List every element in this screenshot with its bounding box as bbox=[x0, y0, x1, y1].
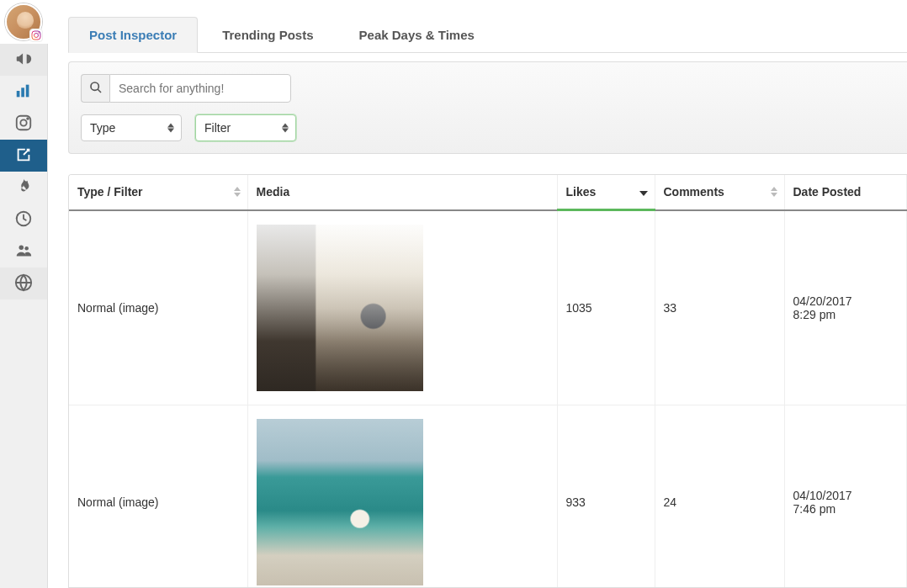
cell-type-filter: Normal (image) bbox=[69, 210, 247, 405]
bar-chart-icon bbox=[14, 82, 33, 103]
svg-point-13 bbox=[91, 82, 98, 90]
sidebar-item-users[interactable] bbox=[0, 236, 47, 268]
cell-time: 8:29 pm bbox=[793, 308, 899, 321]
col-header-label: Media bbox=[257, 185, 290, 199]
sidebar-item-instagram[interactable] bbox=[0, 108, 47, 140]
search-input[interactable] bbox=[109, 74, 291, 103]
sidebar-item-history[interactable] bbox=[0, 204, 47, 236]
svg-point-2 bbox=[38, 32, 40, 34]
cell-time: 7:46 pm bbox=[793, 502, 899, 516]
tab-trending-posts[interactable]: Trending Posts bbox=[201, 17, 334, 52]
bullhorn-icon bbox=[14, 50, 33, 71]
nav-section-3 bbox=[0, 268, 47, 299]
sort-updown-icon bbox=[234, 187, 241, 198]
cell-likes: 933 bbox=[557, 405, 655, 588]
table-row: Normal (image) 933 24 04/10/2017 7:46 pm bbox=[69, 405, 907, 588]
sort-updown-icon bbox=[771, 187, 777, 198]
search-button[interactable] bbox=[81, 74, 109, 103]
cell-date: 04/10/2017 bbox=[793, 489, 899, 502]
users-icon bbox=[14, 241, 33, 262]
tab-post-inspector[interactable]: Post Inspector bbox=[68, 17, 198, 53]
sidebar bbox=[0, 0, 48, 588]
nav-section-2 bbox=[0, 76, 47, 268]
posts-table-wrap: Type / Filter Media Likes bbox=[68, 174, 907, 588]
col-header-label: Likes bbox=[566, 185, 597, 199]
svg-rect-3 bbox=[17, 91, 20, 97]
globe-icon bbox=[14, 273, 33, 294]
flame-icon bbox=[14, 177, 33, 199]
sidebar-item-analytics[interactable] bbox=[0, 76, 47, 108]
search-icon bbox=[89, 81, 103, 97]
media-thumbnail[interactable] bbox=[257, 225, 423, 391]
cell-comments: 33 bbox=[655, 210, 784, 405]
svg-point-7 bbox=[20, 119, 26, 125]
cell-likes: 1035 bbox=[557, 210, 655, 405]
cell-date-posted: 04/10/2017 7:46 pm bbox=[784, 405, 907, 588]
history-icon bbox=[14, 209, 33, 230]
search-group bbox=[81, 74, 291, 103]
col-header-label: Comments bbox=[664, 185, 724, 199]
col-header-comments[interactable]: Comments bbox=[655, 175, 784, 210]
sort-desc-icon bbox=[639, 185, 648, 199]
toolbar-panel: Type Filter bbox=[68, 61, 907, 154]
main-content: Post Inspector Trending Posts Peak Days … bbox=[48, 0, 907, 588]
svg-rect-4 bbox=[21, 87, 24, 97]
svg-point-11 bbox=[24, 246, 29, 250]
caret-updown-icon bbox=[282, 123, 289, 133]
cell-type-filter: Normal (image) bbox=[69, 405, 247, 588]
caret-updown-icon bbox=[167, 123, 174, 133]
type-dropdown-label: Type bbox=[90, 121, 115, 135]
col-header-type-filter[interactable]: Type / Filter bbox=[69, 175, 247, 210]
sidebar-item-inspect[interactable] bbox=[0, 140, 47, 172]
instagram-outline-icon bbox=[14, 114, 33, 135]
tab-peak-days-times[interactable]: Peak Days & Times bbox=[338, 17, 496, 52]
nav-section bbox=[0, 44, 47, 76]
col-header-media[interactable]: Media bbox=[247, 175, 557, 210]
svg-rect-5 bbox=[26, 84, 29, 97]
cell-media[interactable] bbox=[247, 210, 557, 405]
type-dropdown[interactable]: Type bbox=[81, 114, 182, 141]
sidebar-item-announce[interactable] bbox=[0, 44, 47, 76]
tabs-bar: Post Inspector Trending Posts Peak Days … bbox=[68, 17, 907, 53]
sidebar-item-globe[interactable] bbox=[0, 268, 47, 299]
cell-date: 04/20/2017 bbox=[793, 294, 899, 308]
inspect-icon bbox=[14, 146, 33, 167]
media-thumbnail[interactable] bbox=[257, 419, 423, 585]
cell-comments: 24 bbox=[655, 405, 784, 588]
col-header-date-posted[interactable]: Date Posted bbox=[784, 175, 907, 210]
avatar-area[interactable] bbox=[0, 0, 48, 44]
svg-point-8 bbox=[27, 118, 29, 119]
cell-date-posted: 04/20/2017 8:29 pm bbox=[784, 210, 907, 405]
instagram-badge-icon bbox=[29, 29, 43, 42]
svg-line-14 bbox=[98, 89, 101, 93]
cell-media[interactable] bbox=[247, 405, 557, 588]
svg-point-1 bbox=[34, 34, 38, 38]
col-header-likes[interactable]: Likes bbox=[557, 175, 655, 210]
svg-point-10 bbox=[19, 245, 24, 250]
col-header-label: Date Posted bbox=[793, 185, 862, 199]
filter-dropdown-label: Filter bbox=[204, 121, 231, 135]
col-header-label: Type / Filter bbox=[77, 185, 143, 199]
table-row: Normal (image) 1035 33 04/20/2017 8:29 p… bbox=[69, 210, 907, 405]
filter-dropdown[interactable]: Filter bbox=[195, 114, 296, 141]
dropdowns: Type Filter bbox=[81, 114, 895, 141]
posts-table: Type / Filter Media Likes bbox=[69, 175, 907, 588]
sidebar-item-trending[interactable] bbox=[0, 172, 47, 204]
